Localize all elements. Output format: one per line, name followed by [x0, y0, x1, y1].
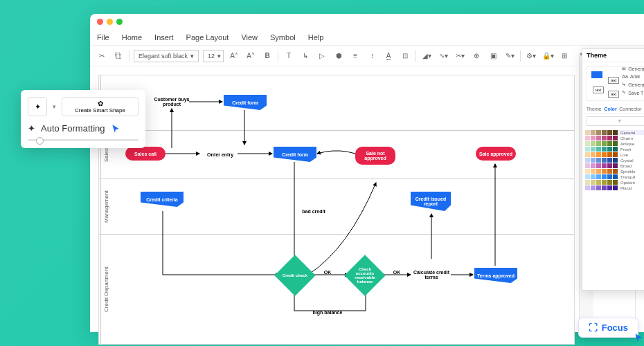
cursor-icon: [634, 333, 643, 343]
menu-symbol[interactable]: Symbol: [270, 33, 296, 42]
app-window: File Home Insert Page Layout View Symbol…: [90, 14, 644, 332]
cut-icon[interactable]: ✂: [96, 50, 108, 62]
swatch-row[interactable]: Tranquil: [585, 174, 644, 179]
close-icon[interactable]: [97, 19, 103, 25]
bold-icon[interactable]: B: [261, 50, 274, 62]
swatch-row[interactable]: Charm: [585, 136, 644, 140]
menu-file[interactable]: File: [97, 33, 109, 42]
lock-icon[interactable]: 🔒▾: [542, 50, 554, 62]
zoom-icon[interactable]: ⊕: [470, 50, 483, 62]
swatch-row[interactable]: Live: [585, 152, 644, 157]
tab-theme[interactable]: Theme: [587, 107, 602, 111]
maximize-icon[interactable]: [116, 19, 123, 25]
pointer-icon[interactable]: ▷: [316, 50, 328, 62]
align-icon[interactable]: ≡: [349, 50, 361, 62]
menubar: File Home Insert Page Layout View Symbol…: [90, 29, 644, 46]
swatch-row[interactable]: Crystal: [585, 158, 644, 163]
node-sale-not[interactable]: Sale not approved: [355, 147, 395, 165]
menu-insert[interactable]: Insert: [154, 33, 174, 42]
tab-connector[interactable]: Connector: [619, 107, 641, 111]
focus-icon: ⛶: [589, 322, 598, 333]
grid-icon[interactable]: ⊞: [558, 50, 571, 62]
label-high-balance: high balance: [307, 308, 348, 317]
font-select[interactable]: Elegant soft black▾: [134, 50, 199, 62]
swatch-row[interactable]: Opulent: [585, 180, 644, 185]
swatch-list: GeneralCharmAntiqueFreshLiveCrystalBroad…: [582, 129, 644, 192]
settings-icon[interactable]: ⚙▾: [525, 50, 537, 62]
swatch-row[interactable]: Sprinkle: [585, 169, 644, 174]
menu-view[interactable]: View: [241, 33, 258, 42]
create-shape-button[interactable]: ✿Create Smart Shape: [62, 97, 138, 116]
menu-help[interactable]: Help: [308, 33, 324, 42]
theme-tabs: Theme Color Connector Text: [582, 105, 644, 113]
line-icon[interactable]: ∿▾: [437, 50, 449, 62]
theme-title: Theme: [582, 49, 644, 62]
cursor-icon: [111, 124, 120, 134]
sparkle-icon-2: ✦: [28, 123, 35, 134]
frame-icon[interactable]: ▣: [487, 50, 499, 62]
node-calc-terms[interactable]: Calculate credit terms: [411, 268, 452, 282]
theme-add[interactable]: +: [587, 116, 644, 126]
swatch-row[interactable]: Broad: [585, 163, 644, 168]
label-bad-credit: bad credit: [296, 207, 331, 216]
minimize-icon[interactable]: [107, 19, 113, 25]
group-icon[interactable]: ⊡: [399, 50, 411, 62]
theme-preview: text text text: [587, 66, 644, 101]
titlebar: [90, 14, 644, 29]
copy-icon[interactable]: ⿻: [112, 50, 125, 62]
node-sale-ok[interactable]: Sale approved: [476, 147, 516, 161]
focus-button[interactable]: ⛶ Focus: [578, 318, 638, 338]
theme-popup: Theme ⊞General AaArial ↳General 1 ✎Save …: [582, 48, 644, 291]
size-down-icon[interactable]: A˅: [244, 50, 257, 62]
label-ok2: OK: [390, 268, 404, 277]
node-sales-call[interactable]: Sales call: [125, 147, 166, 161]
node-cust-buys[interactable]: Customer buys product: [151, 95, 193, 109]
label-ok1: OK: [321, 268, 334, 277]
toolbar: ✂ ⿻ Elegant soft black▾ 12▾ A˄ A˅ B T ↳ …: [90, 46, 644, 66]
menu-page-layout[interactable]: Page Layout: [186, 33, 229, 42]
text-color-icon[interactable]: A: [382, 50, 395, 62]
layers-icon[interactable]: ⬢: [332, 50, 345, 62]
distribute-icon[interactable]: ⫶: [366, 50, 378, 62]
swatch-row[interactable]: Antique: [585, 141, 644, 146]
menu-home[interactable]: Home: [122, 33, 142, 42]
canvas[interactable]: Customer Sales Management Credit Departm…: [98, 75, 575, 345]
auto-format-popup: ✦ ▾ ✿Create Smart Shape ✦ Auto Formattin…: [21, 90, 145, 148]
sparkle-icon[interactable]: ✦: [28, 97, 47, 116]
swatch-row[interactable]: General: [585, 130, 644, 135]
tab-color[interactable]: Color: [604, 107, 616, 111]
size-up-icon[interactable]: A˄: [228, 50, 240, 62]
fill-icon[interactable]: ◢▾: [420, 50, 433, 62]
lane-credit: Credit Department: [100, 235, 111, 344]
size-select[interactable]: 12▾: [203, 50, 224, 62]
crop-icon[interactable]: ✂▾: [454, 50, 466, 62]
swatch-row[interactable]: Placid: [585, 185, 644, 190]
node-order-entry[interactable]: Order entry: [199, 150, 241, 159]
swatch-row[interactable]: Fresh: [585, 147, 644, 152]
auto-formatting-row[interactable]: ✦ Auto Formatting: [28, 123, 138, 134]
pen-icon[interactable]: ✎▾: [503, 50, 516, 62]
lane-management: Management: [100, 179, 111, 234]
slider[interactable]: [28, 139, 138, 141]
connector-icon[interactable]: ↳: [299, 50, 312, 62]
text-icon[interactable]: T: [283, 50, 295, 62]
